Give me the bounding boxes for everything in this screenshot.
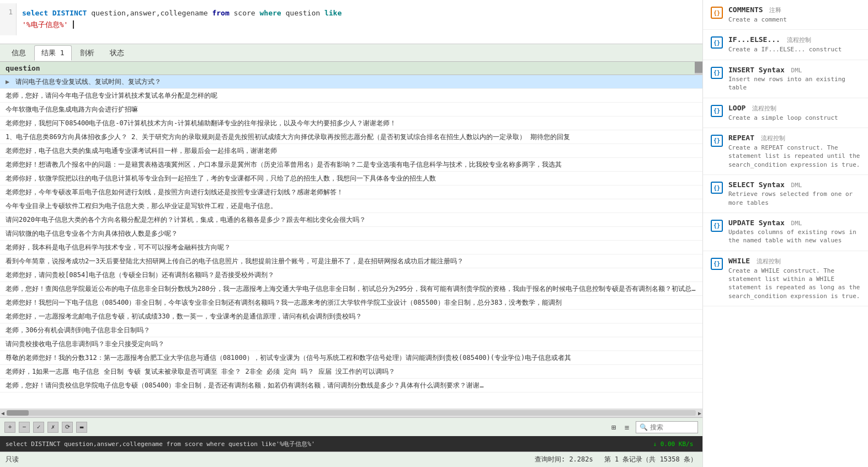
sql-editor[interactable]: select DISTINCT question,answer,collegen… bbox=[17, 3, 702, 35]
select-icon: {} bbox=[711, 182, 723, 194]
info-right: 查询时间: 2.282s 第 1 条记录（共 15358 条） bbox=[535, 455, 697, 464]
nav-remove-btn[interactable]: − bbox=[19, 422, 30, 433]
tab-status[interactable]: 状态 bbox=[103, 45, 131, 61]
list-view-icon[interactable]: ≡ bbox=[621, 422, 632, 433]
snippets-sidebar: {} COMMENTS 注释 Create a comment {} IF...… bbox=[702, 0, 868, 467]
grid-view-icon[interactable]: ⊞ bbox=[608, 422, 619, 433]
table-row[interactable]: 老师，您好！请问贵校信息学院电子信息专硕（085400）非全日制，是否还有调剂名… bbox=[0, 379, 702, 392]
table-row[interactable]: 今年专业目录上专硕软件工程归为电子信息大类，那么毕业证是写软件工程，还是电子信息… bbox=[0, 199, 702, 213]
sidebar-item-comments[interactable]: {} COMMENTS 注释 Create a comment bbox=[703, 0, 868, 30]
sidebar-title-ifelse: IF...ELSE... 流程控制 bbox=[728, 35, 860, 44]
tab-analyze[interactable]: 剖析 bbox=[73, 45, 102, 61]
keyword-like: like bbox=[324, 9, 342, 17]
sidebar-title-repeat: REPEAT 流程控制 bbox=[728, 134, 860, 142]
keyword-where: where bbox=[260, 9, 281, 17]
table-row[interactable]: 老师好，我本科是电子信息科学与技术专业，可不可以报考金融科技方向呢？ bbox=[0, 241, 702, 254]
row-arrow-icon: ▶ bbox=[6, 78, 9, 86]
net-down-stat: ↓ 0.00 KB/s bbox=[653, 441, 693, 448]
record-count-label: 第 1 条记录（共 15358 条） bbox=[604, 455, 697, 464]
grid-icons: ⊞ ≡ bbox=[608, 422, 632, 433]
nav-cancel-btn[interactable]: ✗ bbox=[47, 422, 58, 433]
tabs-bar: 信息 结果 1 剖析 状态 bbox=[0, 44, 702, 62]
sidebar-desc-update: Updates columns of existing rows in the … bbox=[728, 228, 860, 245]
table-row[interactable]: 今年软微电子信息集成电路方向会进行扩招嘛 bbox=[0, 103, 702, 116]
table-row[interactable]: 请问软微的电子信息专业各个方向具体招收人数是多少呢？ bbox=[0, 227, 702, 241]
scroll-right-arrow[interactable]: ▶ bbox=[698, 410, 701, 416]
sidebar-title-comments: COMMENTS 注释 bbox=[728, 6, 860, 14]
search-icon: 🔍 bbox=[640, 423, 648, 431]
sidebar-title-select: SELECT Syntax DML bbox=[728, 181, 860, 189]
insert-icon: {} bbox=[711, 67, 723, 79]
comments-icon: {} bbox=[711, 7, 723, 19]
loop-icon: {} bbox=[711, 105, 723, 117]
sidebar-item-insert[interactable]: {} INSERT Syntax DML Insert new rows int… bbox=[703, 60, 868, 98]
search-input[interactable] bbox=[650, 423, 694, 431]
nav-check-btn[interactable]: ✓ bbox=[33, 422, 44, 433]
sidebar-desc-insert: Insert new rows into an existing table bbox=[728, 75, 860, 92]
sidebar-item-select[interactable]: {} SELECT Syntax DML Retrieve rows selec… bbox=[703, 175, 868, 213]
sidebar-item-update[interactable]: {} UPDATE Syntax DML Updates columns of … bbox=[703, 213, 868, 251]
sidebar-item-loop[interactable]: {} LOOP 流程控制 Create a simple loop constr… bbox=[703, 98, 868, 128]
nav-null-btn[interactable]: ▬ bbox=[76, 422, 87, 433]
nav-add-btn[interactable]: + bbox=[4, 422, 15, 433]
table-row[interactable]: 老师您好，一志愿报考北邮电子信息专硕，初试成绩330，数一英一，专业课考的是通信… bbox=[0, 310, 702, 323]
table-row[interactable]: 老师您好！我想问一下电子信息（085400）非全日制，今年该专业非全日制还有调剂… bbox=[0, 296, 702, 310]
sidebar-title-update: UPDATE Syntax DML bbox=[728, 219, 860, 227]
scroll-left-arrow[interactable]: ◀ bbox=[1, 410, 4, 416]
cursor bbox=[68, 20, 74, 29]
repeat-icon: {} bbox=[711, 135, 723, 147]
table-row[interactable]: 老师您好，我想问下085400电子信息-07计算机技术方向-计算机辅助翻译专业的… bbox=[0, 116, 702, 130]
table-row[interactable]: 老师您好，请问贵校[0854]电子信息（专硕全日制）还有调剂名额吗？是否接受校外… bbox=[0, 268, 702, 282]
line-numbers: 1 bbox=[0, 3, 17, 35]
sidebar-title-insert: INSERT Syntax DML bbox=[728, 66, 860, 74]
nav-refresh-btn[interactable]: ⟳ bbox=[62, 422, 73, 433]
scroll-track[interactable] bbox=[7, 410, 696, 416]
info-bar: 只读 查询时间: 2.282s 第 1 条记录（共 15358 条） bbox=[0, 452, 702, 467]
code-text: question,answer,collegename bbox=[91, 9, 212, 17]
search-box[interactable]: 🔍 bbox=[636, 421, 698, 433]
table-row[interactable]: 老师您好！想请教几个报名中的问题：一是籍贯表格选项冀州区，户口本显示是冀州市（历… bbox=[0, 158, 702, 172]
scroll-indicator[interactable] bbox=[695, 62, 702, 75]
sidebar-desc-ifelse: Create a IF...ELSE... construct bbox=[728, 45, 860, 54]
keyword-from: from bbox=[212, 9, 229, 17]
table-content: ▶ 请问电子信息专业复试线、复试时间、复试方式？ 老师，您好，请问今年电子信息专… bbox=[0, 75, 702, 408]
keyword-distinct: DISTINCT bbox=[52, 9, 87, 17]
tab-info[interactable]: 信息 bbox=[4, 45, 33, 61]
sidebar-item-repeat[interactable]: {} REPEAT 流程控制 Create a REPEAT construct… bbox=[703, 128, 868, 175]
table-row[interactable]: ▶ 请问电子信息专业复试线、复试时间、复试方式？ bbox=[0, 75, 702, 89]
scroll-thumb[interactable] bbox=[7, 410, 29, 416]
sidebar-title-loop: LOOP 流程控制 bbox=[728, 104, 860, 113]
sql-status-text: select DISTINCT question,answer,collegen… bbox=[6, 440, 644, 448]
sidebar-desc-repeat: Create a REPEAT construct. The statement… bbox=[728, 144, 860, 169]
table-row[interactable]: 请问2020年电子信息大类的各个方向名额分配是怎样的？计算机，集成，电通的名额各… bbox=[0, 213, 702, 227]
table-row[interactable]: 老师你好，软微学院把以往的电子信息计算机等专业合到一起招生了，考的专业课都不同，… bbox=[0, 172, 702, 185]
table-row[interactable]: 老师好，1如果一志愿 电子信息 全日制 专硕 复试未被录取是否可调至 非全？ 2… bbox=[0, 365, 702, 379]
sidebar-desc-loop: Create a simple loop construct bbox=[728, 114, 860, 122]
code-text3: question bbox=[285, 9, 324, 17]
results-area: question ▶ 请问电子信息专业复试线、复试时间、复试方式？ 老师，您好，… bbox=[0, 62, 702, 408]
sql-string: '%电子信息%' bbox=[22, 20, 68, 29]
table-row[interactable]: 老师您好，电子信息大类的集成与电通专业课考试科目一样，那最后会一起排名吗，谢谢老… bbox=[0, 144, 702, 158]
sidebar-item-ifelse[interactable]: {} IF...ELSE... 流程控制 Create a IF...ELSE.… bbox=[703, 30, 868, 60]
table-row[interactable]: 老师，您好，请问今年电子信息专业计算机技术复试名单分配是怎样的呢 bbox=[0, 89, 702, 103]
table-row[interactable]: 老师，您好！查阅信息学院最近公布的电子信息非全日制分数线为280分，我一志愿报考… bbox=[0, 282, 702, 296]
table-row[interactable]: 尊敬的老师您好！我的分数312：第一志愿报考合肥工业大学信息与通信（081000… bbox=[0, 351, 702, 365]
table-row[interactable]: 看到今年简章，说报考成功2一3天后要登陆北大招研网上传自己的电子信息照片，我想提… bbox=[0, 254, 702, 268]
sidebar-item-while[interactable]: {} WHILE 流程控制 Create a WHILE construct. … bbox=[703, 251, 868, 307]
update-icon: {} bbox=[711, 220, 723, 232]
sidebar-desc-comments: Create a comment bbox=[728, 15, 860, 24]
sidebar-desc-select: Retrieve rows selected from one or more … bbox=[728, 190, 860, 207]
table-row[interactable]: 1、电子信息类869方向具体招收多少人？ 2、关于研究方向的录取规则是否是先按照… bbox=[0, 130, 702, 144]
sidebar-desc-while: Create a WHILE construct. The statement … bbox=[728, 267, 860, 301]
ifelse-icon: {} bbox=[711, 36, 723, 49]
table-row[interactable]: 请问贵校接收电子信息非调剂吗？非全只接受定向吗？ bbox=[0, 337, 702, 351]
tab-results1[interactable]: 结果 1 bbox=[34, 45, 72, 61]
table-row[interactable]: 老师，306分有机会调剂到电子信息非全日制吗？ bbox=[0, 323, 702, 337]
while-icon: {} bbox=[711, 258, 723, 270]
table-row[interactable]: 老师您好，今年专硕改革后电子信息如何进行划线，是按照方向进行划线还是按照专业课进… bbox=[0, 185, 702, 199]
sidebar-title-while: WHILE 流程控制 bbox=[728, 257, 860, 266]
scroll-thumb[interactable] bbox=[695, 62, 702, 73]
query-time-label: 查询时间: 2.282s bbox=[535, 455, 593, 464]
keyword-select: select bbox=[22, 9, 48, 17]
horizontal-scrollbar[interactable]: ◀ ▶ bbox=[0, 408, 702, 417]
